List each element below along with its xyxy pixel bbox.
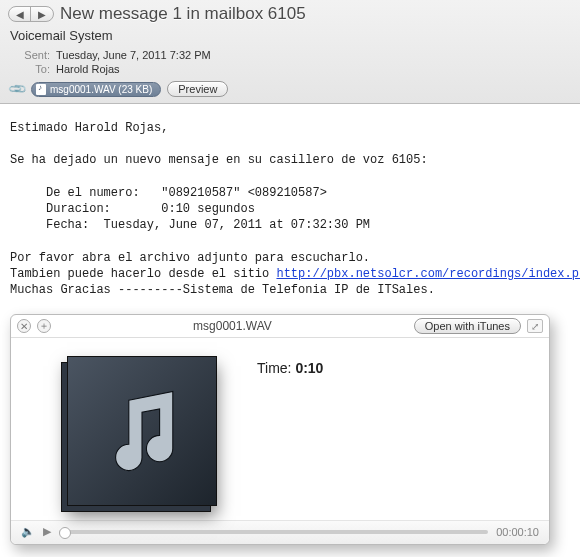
- body-thanks: Muchas Gracias ---------Sistema de Telef…: [10, 283, 435, 297]
- sent-label: Sent:: [8, 49, 50, 61]
- nav-back-button[interactable]: ◀: [9, 7, 31, 21]
- message-header: ◀ ▶ New message 1 in mailbox 6105 Voicem…: [0, 0, 580, 104]
- message-body: Estimado Harold Rojas, Se ha dejado un n…: [0, 104, 580, 308]
- body-detail-date: Fecha: Tuesday, June 07, 2011 at 07:32:3…: [10, 218, 370, 232]
- album-art-icon: [67, 356, 217, 506]
- fullscreen-icon[interactable]: ⤢: [527, 319, 543, 333]
- message-from: Voicemail System: [10, 28, 572, 43]
- quicklook-close-button[interactable]: ✕: [17, 319, 31, 333]
- body-also-pre: Tambien puede hacerlo desde el sitio: [10, 267, 276, 281]
- attachment-label: msg0001.WAV (23 KB): [50, 84, 152, 95]
- recordings-link[interactable]: http://pbx.netsolcr.com/recordings/index…: [276, 267, 580, 281]
- sent-value: Tuesday, June 7, 2011 7:32 PM: [56, 49, 211, 61]
- nav-buttons: ◀ ▶: [8, 6, 54, 22]
- quicklook-panel: ✕ ＋ msg0001.WAV Open with iTunes ⤢ Time:…: [10, 314, 550, 545]
- quicklook-filename: msg0001.WAV: [57, 319, 408, 333]
- seek-slider[interactable]: [59, 530, 488, 534]
- body-detail-duration: Duracion: 0:10 segundos: [10, 202, 255, 216]
- preview-button[interactable]: Preview: [167, 81, 228, 97]
- playback-controls: 🔈 ▶ 00:00:10: [11, 520, 549, 544]
- nav-forward-button[interactable]: ▶: [31, 7, 53, 21]
- to-value: Harold Rojas: [56, 63, 120, 75]
- volume-icon[interactable]: 🔈: [21, 525, 35, 538]
- paperclip-icon: 📎: [7, 79, 28, 100]
- play-button[interactable]: ▶: [43, 525, 51, 538]
- time-label: Time:: [257, 360, 295, 376]
- message-subject: New message 1 in mailbox 6105: [60, 4, 306, 24]
- quicklook-zoom-button[interactable]: ＋: [37, 319, 51, 333]
- audio-file-icon: [36, 84, 46, 95]
- time-value: 0:10: [295, 360, 323, 376]
- body-greeting: Estimado Harold Rojas,: [10, 121, 168, 135]
- attachment-chip[interactable]: msg0001.WAV (23 KB): [31, 82, 161, 97]
- open-with-itunes-button[interactable]: Open with iTunes: [414, 318, 521, 334]
- to-label: To:: [8, 63, 50, 75]
- elapsed-time: 00:00:10: [496, 526, 539, 538]
- body-detail-from: De el numero: "089210587" <089210587>: [10, 186, 327, 200]
- time-display: Time: 0:10: [257, 356, 323, 376]
- body-intro: Se ha dejado un nuevo mensaje en su casi…: [10, 153, 428, 167]
- body-open-line: Por favor abra el archivo adjunto para e…: [10, 251, 370, 265]
